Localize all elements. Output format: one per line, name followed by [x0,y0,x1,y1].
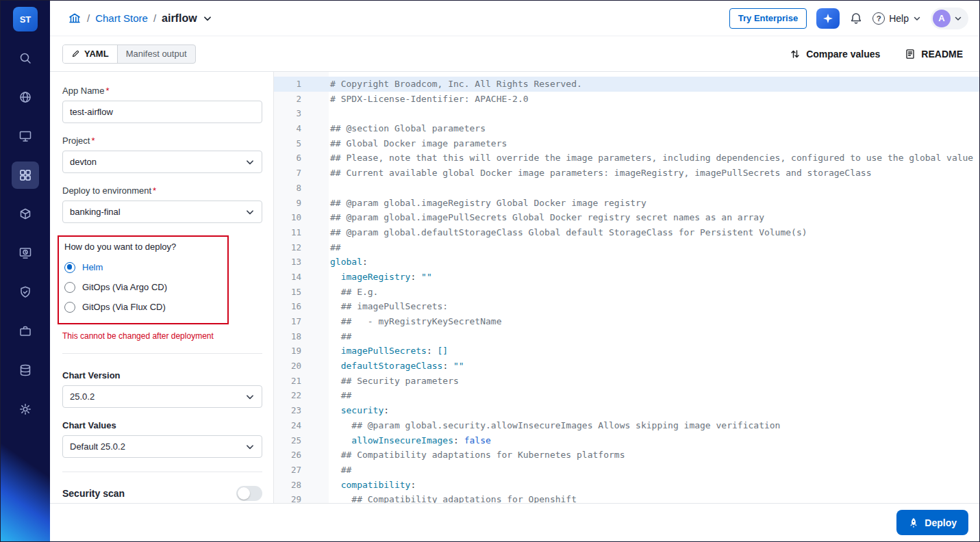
editor-line[interactable]: 18 ## [274,329,979,344]
editor-line[interactable]: 3 [274,106,979,121]
chart-values-select[interactable]: Default 25.0.2 [62,435,262,458]
security-scan-toggle[interactable] [236,486,262,501]
tab-manifest-output[interactable]: Manifest output [118,45,195,63]
security-scan-row: Security scan [62,486,262,501]
editor-line[interactable]: 13global: [274,255,979,270]
build-status-icon [18,246,32,260]
line-number: 20 [274,359,301,374]
editor-line[interactable]: 10## @param global.imagePullSecrets Glob… [274,210,979,225]
security-scan-label: Security scan [62,488,125,499]
editor-line[interactable]: 17 ## - myRegistryKeySecretName [274,314,979,329]
chart-version-select[interactable]: 25.0.2 [62,385,262,408]
sidebar-item-search[interactable] [12,44,39,72]
chart-values-selected-value: Default 25.0.2 [70,441,125,452]
editor-line[interactable]: 7## Current available global Docker imag… [274,166,979,181]
code-text: imagePullSecrets: [] [301,344,448,359]
line-number: 29 [274,492,301,503]
editor-line[interactable]: 28 compatibility: [274,478,979,493]
tab-yaml-label: YAML [84,49,109,59]
breadcrumb-chart-store-link[interactable]: Chart Store [95,12,148,24]
sidebar-item-security[interactable] [12,279,39,306]
editor-line[interactable]: 12## [274,240,979,255]
sidebar-item-helm-apps[interactable] [12,201,39,228]
editor-line[interactable]: 25 allowInsecureImages: false [274,433,979,448]
sidebar-item-build-status[interactable] [12,240,39,267]
chevron-down-icon[interactable] [203,14,212,23]
editor-line[interactable]: 2# SPDX-License-Identifier: APACHE-2.0 [274,92,979,107]
editor-line[interactable]: 21 ## Security parameters [274,374,979,389]
editor-line[interactable]: 5## Global Docker image parameters [274,136,979,151]
shield-icon [18,285,32,299]
try-enterprise-button[interactable]: Try Enterprise [729,8,807,29]
sidebar-item-settings[interactable] [12,396,39,423]
editor-line[interactable]: 19 imagePullSecrets: [] [274,344,979,359]
readme-button[interactable]: README [905,49,963,60]
editor-line[interactable]: 29 ## Compatibility adaptations for Open… [274,492,979,503]
editor-line[interactable]: 15 ## E.g. [274,285,979,300]
code-text [301,106,330,121]
sidebar-item-global[interactable] [12,83,39,111]
environment-select[interactable]: banking-final [62,201,262,223]
view-mode-tabs: YAML Manifest output [62,44,196,64]
editor-line[interactable]: 26 ## Compatibility adaptations for Kube… [274,448,979,463]
code-text: ## Current available global Docker image… [301,166,872,181]
editor-line[interactable]: 27 ## [274,463,979,478]
editor-line[interactable]: 16 ## imagePullSecrets: [274,299,979,314]
sidebar-item-deployments[interactable] [12,122,39,150]
user-menu[interactable]: A [931,8,968,29]
line-number: 13 [274,255,301,270]
app-name-input[interactable] [62,101,262,123]
radio-option-gitops-argo[interactable]: GitOps (Via Argo CD) [64,277,222,297]
code-text: imageRegistry: "" [301,270,432,285]
code-text: global: [301,255,368,270]
chart-store-home-icon[interactable] [68,12,81,25]
chart-store-icon [18,168,32,182]
editor-line[interactable]: 6## Please, note that this will override… [274,151,979,166]
code-text: ## E.g. [301,285,378,300]
editor-line[interactable]: 14 imageRegistry: "" [274,270,979,285]
code-text: ## @param global.imageRegistry Global Do… [301,196,646,211]
code-text: compatibility: [301,478,416,493]
editor-line[interactable]: 24 ## @param global.security.allowInsecu… [274,418,979,433]
code-text: ## @section Global parameters [301,121,486,136]
deploy-button[interactable]: Deploy [896,510,968,535]
editor-line[interactable]: 8 [274,181,979,196]
line-number: 5 [274,136,301,151]
compare-values-button[interactable]: Compare values [790,49,880,60]
editor-line[interactable]: 1# Copyright Broadcom, Inc. All Rights R… [274,77,979,92]
code-text: ## Compatibility adaptations for Kuberne… [301,448,625,463]
help-menu[interactable]: ? Help [872,12,921,25]
radio-option-gitops-flux[interactable]: GitOps (Via Flux CD) [64,297,222,317]
line-number: 24 [274,418,301,433]
tab-yaml[interactable]: YAML [63,45,118,63]
project-select[interactable]: devton [62,151,262,173]
line-number: 10 [274,210,301,225]
app-name-label: App Name* [62,86,262,96]
notifications-button[interactable] [849,12,863,25]
code-text: ## @param global.imagePullSecrets Global… [301,210,764,225]
editor-line[interactable]: 20 defaultStorageClass: "" [274,359,979,374]
breadcrumb-current-chart[interactable]: airflow [162,12,197,25]
editor-line[interactable]: 11## @param global.defaultStorageClass G… [274,225,979,240]
sidebar-item-chart-store[interactable] [12,162,39,189]
deployments-icon [18,129,32,143]
sidebar-item-jobs[interactable] [12,318,39,345]
ai-assistant-button[interactable] [816,8,840,29]
yaml-editor[interactable]: 1# Copyright Broadcom, Inc. All Rights R… [274,72,979,503]
editor-line[interactable]: 9## @param global.imageRegistry Global D… [274,196,979,211]
deploy-config-panel: App Name* Project* devton Deploy to envi… [50,72,274,503]
editor-line[interactable]: 4## @section Global parameters [274,121,979,136]
line-number: 9 [274,196,301,211]
line-number: 8 [274,181,301,196]
code-text: security: [301,403,389,418]
sidebar-item-resource-browser[interactable] [12,357,39,384]
briefcase-icon [18,324,32,338]
deploy-method-highlight-box: How do you want to deploy? Helm GitOps (… [58,235,229,324]
radio-option-helm[interactable]: Helm [64,257,222,277]
editor-line[interactable]: 22 ## [274,388,979,403]
line-number: 6 [274,151,301,166]
code-text: ## [301,388,351,403]
editor-line[interactable]: 23 security: [274,403,979,418]
app-logo[interactable]: ST [13,7,38,31]
chevron-down-icon [245,207,255,217]
